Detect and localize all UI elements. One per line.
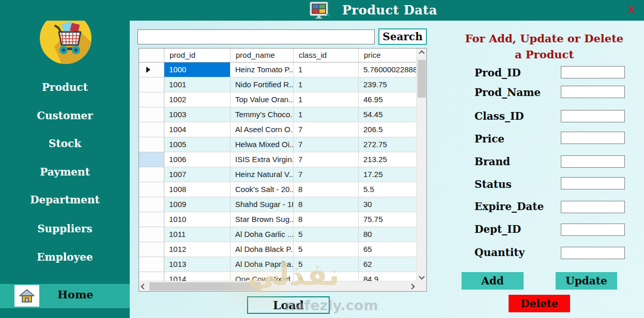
brand-field[interactable] (561, 155, 625, 168)
cell-price[interactable]: 17.25 (359, 167, 417, 182)
sidebar-item-department[interactable]: Department (0, 194, 130, 206)
prod-name-field[interactable] (561, 86, 625, 98)
table-row[interactable]: 1010 Star Brown Sug... 8 75.75 (139, 212, 417, 227)
cell-class-id[interactable]: 8 (294, 197, 359, 212)
cell-prod-name[interactable]: Al Doha Paprika... (231, 257, 294, 272)
cell-class-id[interactable]: 8 (294, 212, 359, 227)
vertical-scroll-thumb[interactable] (418, 60, 426, 98)
table-row[interactable]: 1007 Heinz Natural V... 7 17.25 (139, 167, 417, 182)
row-header-cell[interactable] (139, 122, 164, 137)
sidebar-item-home[interactable]: Home (0, 284, 130, 308)
update-button[interactable]: Update (556, 272, 617, 290)
cell-prod-name[interactable]: Al Doha Black P... (231, 242, 294, 257)
cell-prod-name[interactable]: Top Value Oran... (231, 92, 294, 107)
row-header-cell[interactable] (139, 137, 164, 152)
row-header-cell[interactable] (139, 92, 164, 107)
row-header-cell[interactable] (139, 77, 164, 92)
table-row[interactable]: 1008 Cook's Salt - 20... 8 5.5 (139, 182, 417, 197)
quantity-field[interactable] (561, 247, 625, 259)
cell-prod-name[interactable]: Nido Fortified R... (231, 77, 294, 92)
sidebar-item-product[interactable]: Product (0, 81, 130, 93)
prod-id-field[interactable] (561, 66, 625, 78)
scroll-down-button[interactable] (417, 272, 427, 281)
cell-class-id[interactable]: 1 (294, 92, 359, 107)
cell-prod-id[interactable]: 1010 (164, 212, 231, 227)
row-header-cell[interactable] (139, 227, 164, 242)
row-header-cell[interactable] (139, 152, 164, 167)
cell-class-id[interactable]: 7 (294, 137, 359, 152)
column-header-price[interactable]: price (359, 49, 417, 62)
cell-price[interactable]: 75.75 (359, 212, 417, 227)
table-row[interactable]: 1011 Al Doha Garlic ... 5 80 (139, 227, 417, 242)
horizontal-scrollbar[interactable] (139, 281, 417, 291)
cell-prod-name[interactable]: Helwa Mixed Oi... (231, 137, 294, 152)
cell-prod-id[interactable]: 1005 (164, 137, 231, 152)
scroll-left-button[interactable] (139, 281, 148, 292)
status-field[interactable] (561, 177, 625, 189)
class-id-field[interactable] (561, 110, 625, 122)
cell-class-id[interactable]: 5 (294, 227, 359, 242)
cell-prod-name[interactable]: Al Aseel Corn O... (231, 122, 294, 137)
cell-price[interactable]: 65 (359, 242, 417, 257)
cell-class-id[interactable]: 1 (294, 77, 359, 92)
cell-prod-id[interactable]: 1001 (164, 77, 231, 92)
cell-price[interactable]: 54.45 (359, 107, 417, 122)
row-header-cell[interactable] (139, 242, 164, 257)
vertical-scrollbar[interactable] (416, 49, 426, 281)
column-header-prod-id[interactable]: prod_id (164, 49, 231, 62)
cell-prod-name[interactable]: Heinz Natural V... (231, 167, 294, 182)
table-row[interactable]: 1005 Helwa Mixed Oi... 7 272.75 (139, 137, 417, 152)
cell-prod-id[interactable]: 1013 (164, 257, 231, 272)
row-header-cell[interactable] (139, 197, 164, 212)
cell-prod-id[interactable]: 1007 (164, 167, 231, 182)
load-button[interactable]: Load (247, 296, 330, 314)
horizontal-scroll-thumb[interactable] (149, 282, 260, 291)
table-row[interactable]: 1004 Al Aseel Corn O... 7 206.5 (139, 122, 417, 137)
cell-prod-id[interactable]: 1011 (164, 227, 231, 242)
cell-prod-id[interactable]: 1004 (164, 122, 231, 137)
search-input[interactable] (137, 29, 375, 44)
column-header-class-id[interactable]: class_id (294, 49, 359, 62)
row-header-cell[interactable] (139, 107, 164, 122)
row-header-cell[interactable] (139, 167, 164, 182)
cell-prod-id[interactable]: 1002 (164, 92, 231, 107)
table-row[interactable]: 1001 Nido Fortified R... 1 239.75 (139, 77, 417, 92)
cell-class-id[interactable]: 5 (294, 257, 359, 272)
cell-prod-name[interactable]: Star Brown Sug... (231, 212, 294, 227)
cell-price[interactable]: 80 (359, 227, 417, 242)
cell-prod-name[interactable]: Al Doha Garlic ... (231, 227, 294, 242)
sidebar-item-payment[interactable]: Payment (0, 166, 130, 178)
scroll-right-button[interactable] (407, 281, 417, 292)
cell-class-id[interactable]: 7 (294, 152, 359, 167)
cell-price[interactable]: 5.76000022888.. (359, 62, 417, 77)
cell-prod-name[interactable]: Shahd Sugar - 1K (231, 197, 294, 212)
cell-price[interactable]: 62 (359, 257, 417, 272)
row-header-cell[interactable] (139, 257, 164, 272)
column-header-prod-name[interactable]: prod_name (231, 49, 294, 62)
close-icon[interactable]: X (628, 4, 635, 15)
cell-price[interactable]: 239.75 (359, 77, 417, 92)
cell-prod-id[interactable]: 1006 (164, 152, 231, 167)
cell-prod-name[interactable]: Temmy's Choco... (231, 107, 294, 122)
cell-class-id[interactable]: 5 (294, 242, 359, 257)
table-row[interactable]: 1000 Heinz Tomato P... 1 5.76000022888.. (139, 62, 417, 77)
cell-price[interactable]: 30 (359, 197, 417, 212)
cell-prod-id[interactable]: 1008 (164, 182, 231, 197)
scroll-up-button[interactable] (417, 49, 427, 58)
cell-price[interactable]: 272.75 (359, 137, 417, 152)
sidebar-item-suppliers[interactable]: Suppliers (0, 222, 130, 235)
table-row[interactable]: 1003 Temmy's Choco... 1 54.45 (139, 107, 417, 122)
cell-prod-name[interactable]: Heinz Tomato P... (231, 62, 294, 77)
table-row[interactable]: 1013 Al Doha Paprika... 5 62 (139, 257, 417, 272)
cell-price[interactable]: 46.95 (359, 92, 417, 107)
delete-button[interactable]: Delete (509, 295, 570, 312)
cell-price[interactable]: 206.5 (359, 122, 417, 137)
current-row-indicator[interactable] (139, 62, 164, 77)
cell-price[interactable]: 5.5 (359, 182, 417, 197)
cell-class-id[interactable]: 8 (294, 182, 359, 197)
table-row[interactable]: 1002 Top Value Oran... 1 46.95 (139, 92, 417, 107)
cell-prod-id[interactable]: 1012 (164, 242, 231, 257)
cell-class-id[interactable]: 7 (294, 167, 359, 182)
cell-prod-name[interactable]: ISIS Extra Virgin... (231, 152, 294, 167)
row-header-cell[interactable] (139, 212, 164, 227)
